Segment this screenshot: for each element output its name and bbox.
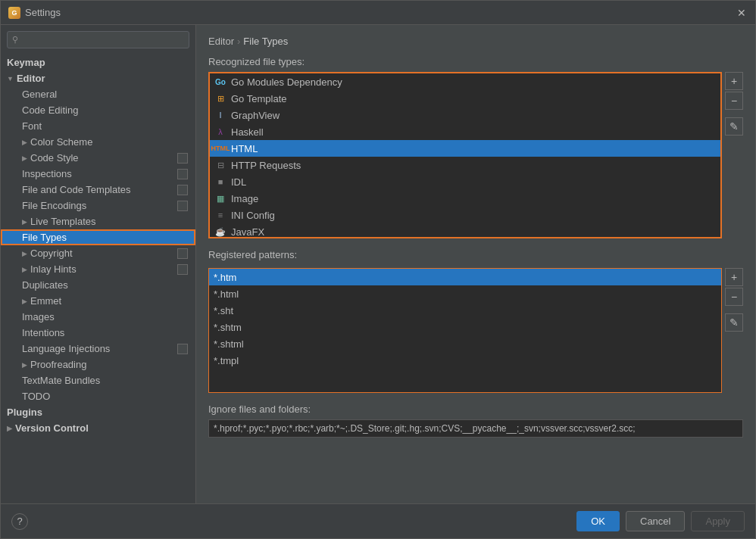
expand-icon: ▶ (22, 266, 27, 273)
list-item[interactable]: ⊟ HTTP Requests (210, 157, 720, 173)
sidebar-item-color-scheme[interactable]: ▶ Color Scheme (1, 134, 195, 150)
go-template-icon: ⊞ (214, 92, 226, 104)
recognized-panel-row: Go Go Modules Dependency ⊞ Go Template I… (208, 72, 743, 240)
sidebar-item-keymap[interactable]: Keymap (1, 55, 195, 70)
dialog-title: Settings (25, 7, 61, 18)
registered-header-row: Registered patterns: (208, 249, 743, 265)
list-item[interactable]: ☕ JavaFX (210, 223, 720, 238)
ignore-input[interactable] (208, 419, 743, 438)
badge (177, 248, 188, 259)
list-item[interactable]: *.shtml (209, 335, 721, 352)
expand-icon: ▶ (22, 361, 27, 369)
title-bar: G Settings ✕ (1, 1, 755, 25)
sidebar-item-images[interactable]: Images (1, 309, 195, 325)
sidebar-item-inspections[interactable]: Inspections (1, 166, 195, 182)
sidebar-item-file-types[interactable]: File Types (1, 229, 195, 245)
settings-dialog: G Settings ✕ ⚲ Keymap ▼ Editor General (0, 0, 756, 539)
graphview-icon: I (214, 109, 226, 121)
expand-icon: ▶ (22, 154, 27, 162)
apply-button[interactable]: Apply (691, 511, 745, 531)
list-item[interactable]: λ Haskell (210, 123, 720, 140)
edit-registered-button[interactable]: ✎ (725, 313, 743, 332)
sidebar-item-todo[interactable]: TODO (1, 388, 195, 404)
expand-icon: ▶ (22, 298, 27, 305)
recognized-section-label: Recognized file types: (208, 56, 743, 67)
title-bar-left: G Settings (8, 7, 61, 19)
registered-section-label: Registered patterns: (208, 249, 297, 260)
sidebar-item-language-injections[interactable]: Language Injections (1, 341, 195, 357)
expand-icon: ▶ (22, 218, 27, 226)
search-input[interactable] (21, 34, 184, 45)
dialog-body: ⚲ Keymap ▼ Editor General Code Editing F… (1, 25, 755, 503)
registered-patterns-list[interactable]: *.htm *.html *.sht *.shtm (208, 268, 722, 393)
sidebar-item-emmet[interactable]: ▶ Emmet (1, 293, 195, 309)
app-icon: G (8, 7, 20, 19)
list-item-html[interactable]: HTML HTML (210, 140, 720, 157)
recognized-file-types-list[interactable]: Go Go Modules Dependency ⊞ Go Template I… (208, 72, 722, 238)
sidebar-item-code-style[interactable]: ▶ Code Style (1, 150, 195, 166)
breadcrumb-parent: Editor (208, 36, 234, 47)
expand-icon: ▼ (7, 75, 14, 83)
sidebar-item-intentions[interactable]: Intentions (1, 325, 195, 341)
remove-registered-button[interactable]: − (725, 288, 743, 306)
add-registered-button[interactable]: + (725, 268, 743, 286)
sidebar-item-code-editing[interactable]: Code Editing (1, 102, 195, 118)
badge (177, 344, 188, 354)
list-item[interactable]: *.shtm (209, 319, 721, 335)
help-button[interactable]: ? (11, 513, 28, 530)
registered-section: Registered patterns: *.htm *.html * (208, 249, 743, 394)
list-item[interactable]: ■ IDL (210, 173, 720, 190)
ok-button[interactable]: OK (576, 511, 620, 531)
expand-icon: ▶ (22, 139, 27, 146)
sidebar-item-proofreading[interactable]: ▶ Proofreading (1, 357, 195, 372)
registered-panel: *.htm *.html *.sht *.shtm (208, 268, 722, 394)
sidebar-item-font[interactable]: Font (1, 118, 195, 134)
sidebar-item-file-code-templates[interactable]: File and Code Templates (1, 182, 195, 198)
list-item[interactable]: *.sht (209, 302, 721, 319)
ini-icon: ≡ (214, 209, 226, 221)
sidebar-item-plugins[interactable]: Plugins (1, 404, 195, 420)
sidebar-item-editor[interactable]: ▼ Editor (1, 70, 195, 86)
edit-recognized-button[interactable]: ✎ (725, 117, 743, 136)
sidebar-item-live-templates[interactable]: ▶ Live Templates (1, 213, 195, 229)
footer-buttons: OK Cancel Apply (576, 511, 745, 531)
list-item[interactable]: ▦ Image (210, 190, 720, 207)
sidebar-item-general[interactable]: General (1, 86, 195, 102)
sidebar-item-file-encodings[interactable]: File Encodings (1, 198, 195, 213)
idl-icon: ■ (214, 176, 226, 188)
list-item[interactable]: Go Go Modules Dependency (210, 73, 720, 90)
cancel-button[interactable]: Cancel (626, 511, 685, 531)
sidebar-item-textmate-bundles[interactable]: TextMate Bundles (1, 372, 195, 388)
sidebar-item-version-control[interactable]: ▶ Version Control (1, 420, 195, 436)
ignore-section: Ignore files and folders: (208, 403, 743, 438)
expand-icon: ▶ (22, 250, 27, 257)
html-icon: HTML (214, 142, 226, 154)
list-item[interactable]: *.html (209, 285, 721, 302)
expand-icon: ▶ (7, 425, 12, 432)
registered-side-buttons: + − ✎ (725, 268, 743, 332)
list-item[interactable]: ≡ INI Config (210, 207, 720, 223)
badge (177, 185, 188, 195)
recognized-panel: Go Go Modules Dependency ⊞ Go Template I… (208, 72, 722, 240)
list-item[interactable]: I GraphView (210, 107, 720, 123)
list-item[interactable]: *.tmpl (209, 352, 721, 369)
badge (177, 153, 188, 164)
search-icon: ⚲ (12, 35, 18, 45)
sidebar-item-inlay-hints[interactable]: ▶ Inlay Hints (1, 261, 195, 277)
sidebar-item-duplicates[interactable]: Duplicates (1, 277, 195, 293)
list-item-htm[interactable]: *.htm (209, 269, 721, 285)
image-icon: ▦ (214, 192, 226, 204)
http-icon: ⊟ (214, 159, 226, 171)
add-recognized-button[interactable]: + (725, 72, 743, 90)
dialog-footer: ? OK Cancel Apply (1, 503, 755, 538)
list-item[interactable]: ⊞ Go Template (210, 90, 720, 107)
breadcrumb-separator: › (237, 36, 240, 47)
close-button[interactable]: ✕ (736, 7, 748, 19)
badge (177, 201, 188, 211)
remove-recognized-button[interactable]: − (725, 92, 743, 110)
javafx-icon: ☕ (214, 226, 226, 238)
recognized-side-buttons: + − ✎ (725, 72, 743, 136)
breadcrumb-current: File Types (243, 36, 288, 47)
search-box[interactable]: ⚲ (7, 31, 189, 48)
sidebar-item-copyright[interactable]: ▶ Copyright (1, 245, 195, 261)
